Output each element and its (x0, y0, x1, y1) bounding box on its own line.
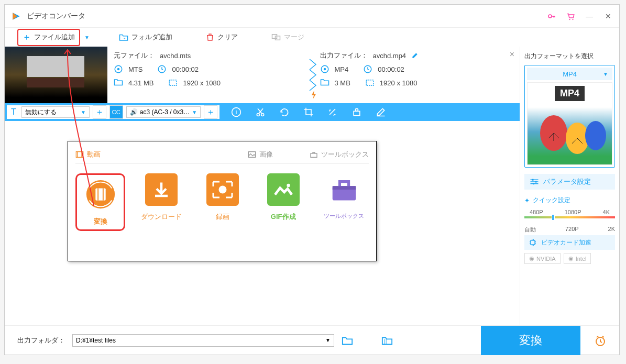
format-icon (320, 64, 330, 74)
source-resolution: 1920 x 1080 (183, 79, 221, 87)
tile-gif[interactable]: GIF作成 (259, 173, 308, 231)
add-audio-button[interactable]: ＋ (204, 105, 217, 119)
res-1080: 1080P (565, 209, 581, 215)
add-folder-button[interactable]: + フォルダ追加 (115, 30, 177, 44)
format-select[interactable]: MP4 (527, 68, 612, 80)
output-folder-label: 出力フォルダ： (17, 336, 65, 345)
source-label: 元ファイル： (114, 51, 155, 60)
output-duration: 00:00:02 (378, 65, 404, 73)
param-settings-button[interactable]: パラメータ設定 (524, 174, 615, 190)
svg-point-19 (335, 114, 336, 115)
close-window-button[interactable]: ✕ (603, 12, 613, 21)
res-720: 720P (565, 226, 579, 234)
svg-point-1 (569, 18, 570, 19)
merge-button[interactable]: マージ (267, 30, 309, 44)
subtitle-select[interactable]: 無効にする ▼ (21, 106, 90, 118)
open-folder-button[interactable] (342, 336, 353, 345)
resolution-icon (365, 78, 375, 87)
nvidia-label: NVIDIA (536, 256, 556, 262)
schedule-button[interactable] (594, 334, 607, 347)
gpu-accel-label: ビデオカード加速 (541, 238, 591, 247)
svg-rect-24 (81, 152, 82, 158)
svg-rect-13 (366, 80, 374, 86)
key-icon[interactable] (547, 12, 556, 21)
svg-point-32 (287, 184, 290, 187)
tab-image-label: 画像 (259, 150, 273, 159)
browse-folder-button[interactable] (381, 336, 393, 345)
intel-label: Intel (576, 256, 587, 262)
tile-record-label: 録画 (216, 212, 229, 222)
tile-record[interactable]: 録画 (197, 173, 247, 231)
minimize-button[interactable]: — (585, 12, 594, 21)
clear-button[interactable]: クリア (202, 30, 242, 44)
edit-filename-button[interactable] (411, 52, 419, 59)
clear-label: クリア (217, 32, 238, 42)
svg-rect-29 (97, 188, 98, 200)
tab-image[interactable]: 画像 (248, 150, 273, 159)
tab-video[interactable]: 動画 (75, 150, 101, 159)
format-selected-value: MP4 (563, 70, 577, 78)
convert-button-label: 変換 (519, 333, 542, 348)
svg-rect-20 (354, 111, 360, 115)
add-file-dropdown-caret[interactable]: ▼ (84, 35, 90, 40)
cart-icon[interactable] (566, 12, 575, 21)
cc-button[interactable]: CC (109, 105, 123, 119)
cut-icon[interactable] (255, 107, 266, 117)
format-icon (114, 64, 123, 74)
source-size: 4.31 MB (128, 79, 153, 87)
quick-settings-label: クイック設定 (533, 196, 570, 205)
svg-rect-34 (333, 186, 356, 190)
convert-button[interactable]: 変換 (481, 326, 580, 355)
res-4k: 4K (603, 209, 610, 215)
nvidia-badge: ◉ NVIDIA (524, 253, 561, 264)
nvidia-icon: ◉ (529, 255, 534, 262)
info-icon[interactable]: i (231, 107, 241, 117)
output-folder-path: D:¥1¥test files (76, 337, 116, 344)
chevron-down-icon: ▼ (81, 109, 86, 115)
slider-handle[interactable] (552, 214, 555, 220)
output-size: 3 MB (335, 79, 350, 87)
watermark-icon[interactable] (352, 107, 362, 117)
text-icon: T (9, 107, 18, 117)
svg-point-37 (585, 121, 606, 150)
image-tab-icon (248, 151, 256, 158)
svg-text:+: + (124, 37, 126, 40)
audio-select[interactable]: 🔊 ac3 (AC-3 / 0x3… ▼ (126, 106, 201, 118)
resolution-slider[interactable]: 480P 1080P 4K 自動 720P 2K (524, 209, 615, 230)
add-subtitle-button[interactable]: ＋ (93, 105, 106, 119)
crop-icon[interactable] (303, 107, 314, 117)
source-duration: 00:00:02 (172, 65, 199, 73)
plus-icon: ＋ (23, 32, 31, 43)
tile-toolbox[interactable]: ツールボックス (320, 173, 369, 231)
tab-video-label: 動画 (87, 150, 101, 159)
param-settings-label: パラメータ設定 (543, 177, 591, 186)
format-preview: MP4 (527, 82, 612, 165)
tile-toolbox-label: ツールボックス (324, 212, 364, 220)
rotate-icon[interactable] (279, 107, 290, 117)
svg-point-31 (218, 186, 226, 194)
settings-sliders-icon (530, 178, 539, 185)
svg-text:i: i (236, 108, 237, 115)
output-filename: avchd.mp4 (373, 52, 407, 60)
edit-icon[interactable] (376, 107, 386, 117)
output-folder-input[interactable]: D:¥1¥test files ▼ (72, 334, 334, 347)
tile-download[interactable]: ダウンロード (137, 173, 186, 231)
close-file-button[interactable]: × (510, 50, 514, 59)
svg-rect-9 (170, 80, 177, 86)
format-preview-label: MP4 (555, 86, 585, 101)
chip-icon (529, 238, 537, 247)
tile-convert[interactable]: 変換 (75, 173, 125, 231)
svg-rect-26 (311, 153, 317, 157)
toolbox-tab-icon (310, 151, 318, 158)
tab-toolbox[interactable]: ツールボックス (310, 150, 369, 159)
add-file-button[interactable]: ＋ ファイル追加 (17, 29, 80, 46)
speaker-icon: 🔊 (130, 108, 138, 116)
chevron-down-icon: ▼ (325, 337, 331, 343)
quick-settings-icon: ✦ (524, 197, 530, 204)
svg-point-21 (356, 108, 358, 111)
svg-rect-23 (77, 152, 78, 158)
tab-toolbox-label: ツールボックス (321, 150, 369, 159)
effects-icon[interactable] (327, 107, 338, 117)
gpu-accel-button[interactable]: ビデオカード加速 (524, 235, 615, 250)
video-thumbnail[interactable] (5, 47, 107, 103)
